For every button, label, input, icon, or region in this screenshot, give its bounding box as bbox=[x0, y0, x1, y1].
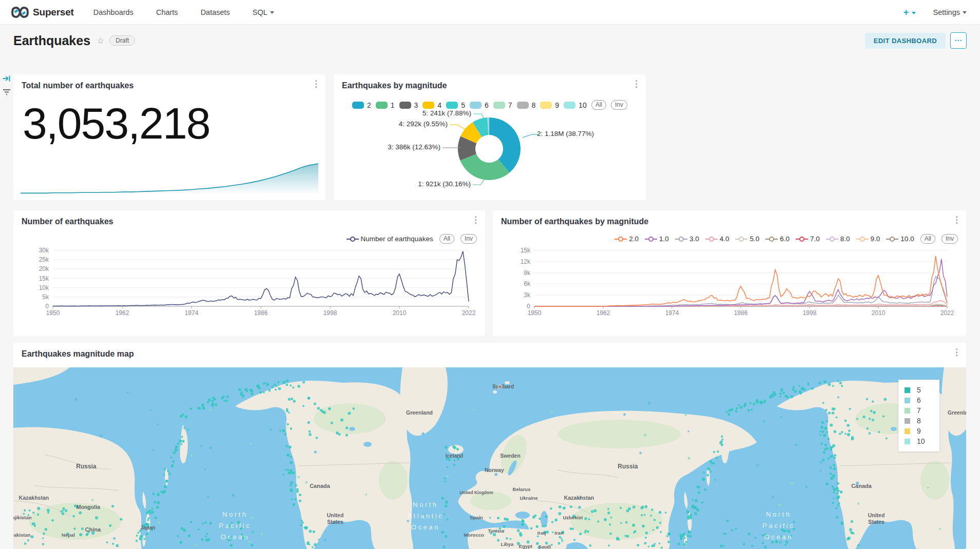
more-actions-button[interactable]: ··· bbox=[950, 32, 967, 49]
svg-text:1998: 1998 bbox=[323, 309, 337, 317]
svg-text:NorthPacificOcean: NorthPacificOcean bbox=[763, 511, 795, 541]
svg-text:1962: 1962 bbox=[116, 309, 129, 317]
line-chart[interactable]: 05k10k15k20k25k30k1950196219741986199820… bbox=[13, 210, 485, 336]
svg-text:Spain: Spain bbox=[470, 515, 483, 520]
settings-menu[interactable]: Settings bbox=[933, 8, 967, 17]
legend-swatch bbox=[905, 398, 910, 403]
svg-text:Russia: Russia bbox=[618, 463, 638, 470]
page-title: Earthquakes bbox=[13, 33, 90, 48]
svg-text:Norway: Norway bbox=[485, 467, 504, 473]
svg-text:0: 0 bbox=[527, 303, 530, 310]
legend-label: 10 bbox=[917, 437, 925, 445]
series-2.0 bbox=[534, 256, 947, 306]
svg-text:Pakistan: Pakistan bbox=[13, 532, 31, 538]
svg-text:2010: 2010 bbox=[872, 309, 886, 317]
svg-text:China: China bbox=[85, 526, 101, 533]
svg-text:20k: 20k bbox=[39, 265, 49, 272]
svg-text:Canada: Canada bbox=[310, 483, 331, 489]
map-legend-item-9[interactable]: 9 bbox=[905, 426, 933, 436]
svg-text:Tunisia: Tunisia bbox=[488, 528, 505, 534]
svg-text:Uzbekist: Uzbekist bbox=[563, 515, 583, 520]
svg-text:25k: 25k bbox=[39, 256, 49, 263]
new-item-button[interactable]: + bbox=[903, 7, 915, 18]
donut-chart[interactable] bbox=[334, 74, 646, 200]
svg-text:Iraq: Iraq bbox=[537, 531, 546, 536]
svg-text:Svalbard: Svalbard bbox=[492, 384, 514, 389]
chevron-down-icon bbox=[270, 11, 274, 14]
svg-text:Greenland: Greenland bbox=[948, 409, 966, 416]
nav-item-charts[interactable]: Charts bbox=[156, 8, 178, 16]
chart-title: Earthquakes magnitude map bbox=[22, 349, 134, 359]
superset-logo-icon bbox=[11, 7, 29, 18]
legend-label: 8 bbox=[917, 417, 921, 425]
nav-item-sql[interactable]: SQL bbox=[253, 8, 274, 16]
filter-icon[interactable] bbox=[2, 87, 11, 96]
pie-callout: 3: 386k (12.63%) bbox=[388, 143, 440, 151]
pie-callout: 1: 921k (30.16%) bbox=[418, 180, 471, 188]
svg-text:10k: 10k bbox=[39, 284, 49, 291]
map-legend-item-7[interactable]: 7 bbox=[905, 405, 933, 416]
svg-text:1986: 1986 bbox=[254, 309, 268, 317]
svg-text:3k: 3k bbox=[524, 291, 531, 299]
legend-swatch bbox=[905, 418, 910, 424]
navbar: Superset Dashboards Charts Datasets SQL … bbox=[0, 0, 980, 25]
card-number-of-earthquakes: Number of earthquakes ⋮ Number of earthq… bbox=[13, 210, 485, 336]
favorite-star-icon[interactable]: ☆ bbox=[97, 35, 104, 46]
map-legend: 5678910 bbox=[898, 380, 939, 452]
superset-brand[interactable]: Superset bbox=[11, 7, 74, 18]
map-legend-item-6[interactable]: 6 bbox=[905, 395, 933, 405]
multi-line-chart[interactable]: 03k6k9k12k15k195019621974198619982010202… bbox=[493, 210, 966, 336]
expand-filter-bar-icon[interactable] bbox=[2, 74, 11, 83]
status-badge: Draft bbox=[109, 35, 135, 46]
svg-text:5k: 5k bbox=[42, 293, 49, 301]
nav-item-dashboards[interactable]: Dashboards bbox=[93, 8, 133, 16]
svg-text:NorthPacificOcean: NorthPacificOcean bbox=[219, 511, 252, 541]
svg-text:2022: 2022 bbox=[940, 309, 954, 317]
map-legend-item-5[interactable]: 5 bbox=[905, 385, 933, 395]
svg-text:6k: 6k bbox=[524, 280, 531, 287]
series-1.0 bbox=[534, 259, 947, 306]
svg-text:2022: 2022 bbox=[462, 309, 476, 317]
svg-text:UnitedStates: UnitedStates bbox=[868, 512, 885, 525]
svg-text:Mongolia: Mongolia bbox=[76, 504, 100, 510]
pie-callout: 4: 292k (9.55%) bbox=[399, 120, 448, 128]
chart-menu-icon[interactable]: ⋮ bbox=[952, 348, 961, 357]
svg-text:UnitedStates: UnitedStates bbox=[327, 512, 344, 525]
map-legend-item-8[interactable]: 8 bbox=[905, 416, 933, 426]
nav-item-datasets[interactable]: Datasets bbox=[201, 8, 230, 16]
svg-text:1974: 1974 bbox=[665, 309, 679, 317]
svg-text:Iran: Iran bbox=[554, 530, 564, 536]
card-earthquakes-map: Earthquakes magnitude map ⋮ bbox=[13, 343, 966, 549]
world-map[interactable]: SvalbardGreenlandGreenlandIcelandSwedenN… bbox=[13, 367, 966, 549]
svg-text:Greenland: Greenland bbox=[406, 409, 433, 416]
svg-text:Tajikistan: Tajikistan bbox=[13, 515, 32, 520]
svg-text:Sweden: Sweden bbox=[500, 453, 521, 459]
svg-text:Nepal: Nepal bbox=[62, 532, 75, 538]
svg-text:9k: 9k bbox=[524, 269, 531, 277]
svg-text:Saudi: Saudi bbox=[539, 544, 551, 549]
svg-text:Libya: Libya bbox=[501, 541, 514, 547]
big-number-value: 3,053,218 bbox=[23, 98, 210, 149]
legend-label: 7 bbox=[917, 406, 921, 415]
chevron-down-icon bbox=[912, 12, 916, 14]
trend-sparkline bbox=[21, 161, 318, 195]
card-total-earthquakes: Total number of earthquakes ⋮ 3,053,218 bbox=[13, 74, 325, 200]
svg-text:1962: 1962 bbox=[597, 309, 610, 317]
map-legend-item-10[interactable]: 10 bbox=[905, 436, 933, 446]
svg-text:15k: 15k bbox=[521, 247, 531, 254]
svg-text:Kazakhstan: Kazakhstan bbox=[19, 495, 49, 501]
svg-text:1998: 1998 bbox=[803, 309, 817, 317]
svg-text:30k: 30k bbox=[39, 247, 49, 254]
brand-name: Superset bbox=[33, 7, 74, 18]
card-earthquakes-by-magnitude: Earthquakes by magnitude ⋮ 21345678910Al… bbox=[334, 74, 646, 200]
svg-text:2010: 2010 bbox=[393, 309, 407, 317]
svg-text:Morocco: Morocco bbox=[464, 532, 484, 538]
edit-dashboard-button[interactable]: EDIT DASHBOARD bbox=[865, 33, 946, 49]
card-earthquakes-by-magnitude-series: Number of earthquakes by magnitude ⋮ 2.0… bbox=[493, 210, 966, 336]
legend-label: 9 bbox=[917, 427, 921, 435]
svg-text:1950: 1950 bbox=[46, 309, 60, 317]
chart-menu-icon[interactable]: ⋮ bbox=[312, 80, 320, 88]
svg-text:Russia: Russia bbox=[76, 463, 97, 470]
legend-label: 5 bbox=[917, 386, 921, 394]
pie-callout: 5: 241k (7.88%) bbox=[422, 109, 471, 117]
